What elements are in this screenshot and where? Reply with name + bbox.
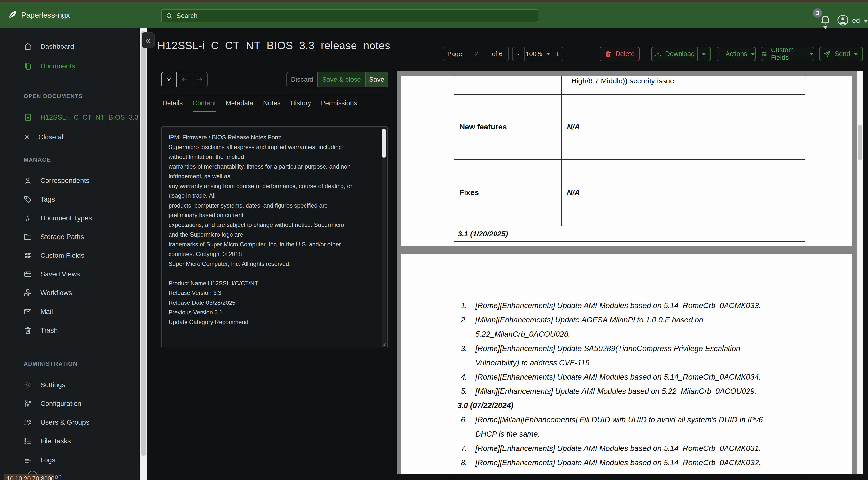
pdf-preview-pane[interactable]: High/6.7 Middle)) security issue New fea… xyxy=(397,71,863,474)
previous-document-button[interactable] xyxy=(177,72,192,87)
sidebar-item-file-tasks[interactable]: File Tasks xyxy=(24,435,71,447)
discard-button[interactable]: Discard xyxy=(286,72,317,87)
change-list-box: 1.[Rome][Enhancements] Update AMI Module… xyxy=(454,292,805,474)
sidebar-item-settings[interactable]: Settings xyxy=(24,379,65,391)
textarea-resize-handle[interactable] xyxy=(380,341,386,347)
content-textarea[interactable]: IPMI Firmware / BIOS Release Notes Form … xyxy=(161,126,388,348)
close-icon xyxy=(165,76,173,84)
sidebar-item-logs[interactable]: Logs xyxy=(24,454,55,466)
textarea-scrollbar-thumb[interactable] xyxy=(382,129,386,157)
status-link-tooltip: 10.10.20.70:8000 xyxy=(4,474,54,480)
sidebar-item-custom-fields[interactable]: Custom Fields xyxy=(24,249,84,262)
sidebar-item-document-types[interactable]: # Document Types xyxy=(24,212,92,224)
preview-scrollbar-thumb[interactable] xyxy=(858,125,862,160)
trash-icon xyxy=(24,326,32,334)
save-button[interactable]: Save xyxy=(366,72,388,87)
download-button[interactable]: Download xyxy=(651,47,711,61)
page-title: H12SSL-i_C_CT_NT_BIOS_3.3_release_notes xyxy=(157,39,390,52)
sidebar-item-users-groups[interactable]: Users & Groups xyxy=(24,417,89,428)
list-item: 2.[Milan][Enhancements] Update AGESA Mil… xyxy=(455,313,805,341)
pdf-page-1: High/6.7 Middle)) security issue New fea… xyxy=(401,76,852,246)
workflows-icon xyxy=(24,289,32,297)
page-number-input[interactable]: 2 xyxy=(466,47,486,61)
tab-history[interactable]: History xyxy=(290,99,311,112)
sidebar-item-documents[interactable]: Documents xyxy=(24,60,75,72)
close-document-button[interactable] xyxy=(161,72,177,87)
list-item: 3.[Rome][Enhancements] Update SA50289(Ti… xyxy=(455,341,805,370)
sidebar-item-storage-paths[interactable]: Storage Paths xyxy=(24,231,84,243)
custom-fields-button[interactable]: Custom Fields xyxy=(761,47,814,61)
actions-button[interactable]: Actions xyxy=(717,47,755,61)
panel-divider xyxy=(157,96,388,96)
page-navigation: Page 2 of 6 xyxy=(443,47,509,61)
list-item: 1.[Rome][Enhancements] Update AMI Module… xyxy=(455,299,805,313)
custom-fields-icon xyxy=(24,251,32,260)
section-manage: MANAGE xyxy=(24,156,51,163)
browser-top-strip xyxy=(0,0,868,2)
sidebar-item-dashboard[interactable]: Dashboard xyxy=(24,40,74,53)
user-avatar-icon[interactable] xyxy=(837,14,849,26)
tab-notes[interactable]: Notes xyxy=(263,99,281,112)
tasks-icon xyxy=(24,437,32,445)
release-notes-table: High/6.7 Middle)) security issue New fea… xyxy=(454,76,805,242)
home-icon xyxy=(24,42,32,51)
save-and-close-button[interactable]: Save & close xyxy=(317,72,366,87)
notifications-caret-icon xyxy=(823,26,828,29)
sidebar-item-open-document[interactable]: H12SSL-i_C_CT_NT_BIOS_3.3_rel... xyxy=(24,112,139,123)
zoom-in-button[interactable]: + xyxy=(552,47,563,61)
list-version-heading: 3.0 (07/22/2024) xyxy=(455,398,805,413)
global-search[interactable] xyxy=(161,9,538,22)
tab-metadata[interactable]: Metadata xyxy=(226,99,253,112)
list-item: 8.[Rome][Enhancements] Update AMI Module… xyxy=(455,456,805,470)
sidebar-item-workflows[interactable]: Workflows xyxy=(24,287,72,299)
sidebar-item-close-all[interactable]: Close all xyxy=(24,131,65,143)
table-row-version: 3.1 (1/20/2025) xyxy=(454,226,805,242)
paperless-logo-icon xyxy=(7,9,18,21)
sidebar: Dashboard Documents OPEN DOCUMENTS H12SS… xyxy=(0,28,139,480)
sidebar-item-correspondents[interactable]: Correspondents xyxy=(24,175,89,187)
sliders-icon xyxy=(24,399,32,408)
folder-icon xyxy=(24,233,32,241)
custom-fields-icon xyxy=(762,50,768,58)
documents-icon xyxy=(24,62,32,70)
list-item: 9.[Rome][Milan][Enhancements] For UsbBus… xyxy=(455,470,805,474)
zoom-out-button[interactable]: - xyxy=(513,47,524,61)
hash-icon: # xyxy=(24,214,32,222)
sidebar-item-saved-views[interactable]: Saved Views xyxy=(24,268,80,280)
download-caret-button[interactable] xyxy=(698,53,710,55)
next-document-button[interactable] xyxy=(192,72,208,87)
sidebar-item-mail[interactable]: Mail xyxy=(24,306,53,318)
list-item: 7.[Rome][Enhancements] Update AMI Module… xyxy=(455,441,805,456)
sidebar-item-configuration[interactable]: Configuration xyxy=(24,398,82,410)
tab-content[interactable]: Content xyxy=(193,99,216,112)
page-label: Page xyxy=(443,47,466,61)
zoom-control: - 100% + xyxy=(512,47,563,61)
collapse-sidebar-button[interactable]: « xyxy=(142,32,155,48)
zoom-level-select[interactable]: 100% xyxy=(524,47,552,61)
section-open-documents: OPEN DOCUMENTS xyxy=(24,93,83,100)
gear-icon xyxy=(24,381,32,389)
textarea-scrollbar-track[interactable] xyxy=(382,127,386,347)
app-header: Paperless-ngx 3 ed xyxy=(0,2,868,28)
send-button[interactable]: Send xyxy=(819,47,863,61)
download-icon xyxy=(654,50,661,58)
arrow-left-icon xyxy=(181,76,188,84)
section-administration: ADMINISTRATION xyxy=(24,361,78,367)
sidebar-item-tags[interactable]: Tags xyxy=(24,193,55,205)
document-nav-buttons xyxy=(161,72,208,87)
arrow-right-icon xyxy=(196,76,204,84)
caret-down-icon xyxy=(809,53,814,55)
tab-permissions[interactable]: Permissions xyxy=(321,99,357,112)
search-input[interactable] xyxy=(177,12,534,20)
app-window: Paperless-ngx 3 ed Dashboard Documents O… xyxy=(0,0,868,480)
delete-button[interactable]: Delete xyxy=(599,47,640,61)
sidebar-item-trash[interactable]: Trash xyxy=(24,324,58,336)
save-controls: Discard Save & close Save xyxy=(286,72,388,87)
tab-details[interactable]: Details xyxy=(162,99,183,112)
sidebar-scrollbar-thumb[interactable] xyxy=(141,31,146,456)
search-icon xyxy=(165,12,173,20)
page-count-label: of 6 xyxy=(486,47,508,61)
saved-views-icon xyxy=(24,270,32,278)
user-menu[interactable]: ed xyxy=(852,17,860,25)
table-row: New features N/A xyxy=(454,94,805,159)
